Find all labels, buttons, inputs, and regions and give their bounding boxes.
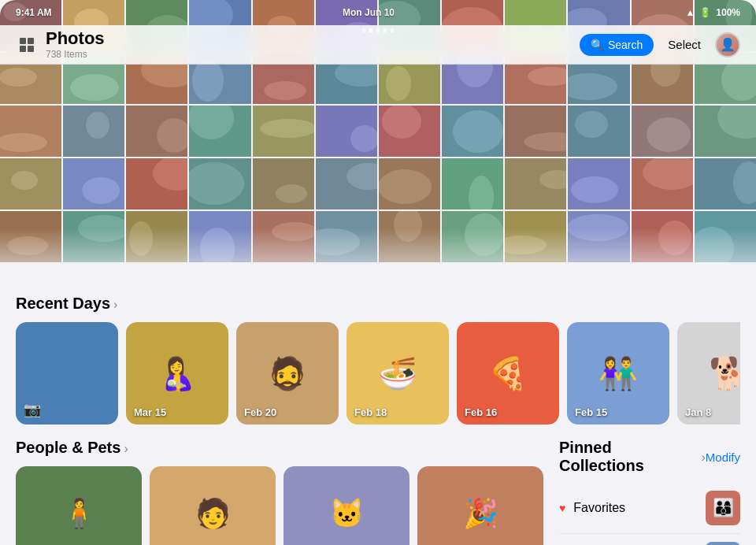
person-card[interactable]: 🎉 — [417, 466, 543, 545]
day-card[interactable]: 👫Feb 15 — [567, 322, 669, 425]
day-card-label: Jan 8 — [685, 406, 711, 418]
photo-cell[interactable] — [316, 106, 377, 157]
grid-cell-3 — [20, 46, 26, 52]
photo-cell[interactable] — [695, 158, 756, 209]
status-date: Mon Jun 10 — [343, 7, 395, 18]
photo-cell[interactable] — [505, 158, 566, 209]
person-card[interactable]: 🐱 — [284, 466, 410, 545]
people-header[interactable]: People & Pets › — [16, 439, 543, 457]
person-card[interactable]: 🧑 — [150, 466, 276, 545]
day-card-icon: 📷 — [24, 401, 41, 418]
day-card[interactable]: 🐕Jan 8 — [677, 322, 740, 425]
collection-icon: ♥ — [559, 502, 565, 514]
select-button[interactable]: Select — [662, 35, 707, 54]
search-label: Search — [608, 39, 643, 51]
modify-button[interactable]: Modify — [706, 450, 740, 464]
collection-item[interactable]: ♥Favorites👨‍👩‍👦 — [559, 483, 740, 534]
photo-cell[interactable] — [126, 106, 187, 157]
status-bar: 9:41 AM Mon Jun 10 ▲ 🔋 100% — [0, 0, 756, 25]
grid-cell-2 — [28, 38, 34, 44]
svg-point-25 — [0, 68, 37, 87]
nav-right: 🔍 Search Select 👤 — [580, 32, 740, 57]
avatar-icon: 👤 — [720, 37, 736, 52]
people-chevron: › — [124, 442, 128, 456]
svg-point-91 — [572, 176, 619, 203]
search-icon: 🔍 — [591, 39, 604, 51]
svg-point-63 — [453, 110, 503, 153]
day-card-label: Feb 15 — [575, 406, 607, 418]
collection-thumb: 👨‍👩‍👦 — [706, 491, 740, 525]
photo-cell[interactable] — [379, 158, 440, 209]
recent-days-chevron: › — [113, 298, 117, 312]
photo-cell[interactable] — [505, 106, 566, 157]
day-card[interactable]: 🍕Feb 16 — [457, 322, 559, 425]
photo-cell[interactable] — [0, 158, 61, 209]
photo-cell[interactable] — [0, 106, 61, 157]
day-card[interactable]: 🍜Feb 18 — [346, 322, 449, 425]
photo-cell[interactable] — [189, 158, 250, 209]
recent-days-section: Recent Days › 📷🤱Mar 15🧔Feb 20🍜Feb 18🍕Feb… — [0, 284, 756, 439]
photo-cell[interactable] — [442, 158, 503, 209]
grid-toggle-icon — [20, 38, 34, 52]
pinned-title-row[interactable]: Pinned Collections › — [559, 439, 706, 475]
photo-cell[interactable] — [63, 158, 124, 209]
photo-cell[interactable] — [695, 106, 756, 157]
photo-cell[interactable] — [568, 106, 629, 157]
scroll-area[interactable]: Recent Days › 📷🤱Mar 15🧔Feb 20🍜Feb 18🍕Feb… — [0, 284, 756, 545]
collection-item[interactable]: Recently Saved🌅 — [559, 534, 740, 545]
recent-days-scroll[interactable]: 📷🤱Mar 15🧔Feb 20🍜Feb 18🍕Feb 16👫Feb 15🐕Jan… — [16, 322, 740, 432]
photo-cell[interactable] — [632, 158, 693, 209]
svg-point-37 — [386, 66, 411, 101]
svg-point-67 — [576, 111, 609, 138]
day-card-label: Feb 20 — [244, 406, 276, 418]
dot-3 — [376, 28, 380, 32]
photo-cell[interactable] — [379, 106, 440, 157]
pinned-collections: Pinned Collections › Modify ♥Favorites👨‍… — [543, 439, 740, 545]
recent-days-title: Recent Days — [16, 295, 110, 313]
status-right: ▲ 🔋 100% — [685, 7, 740, 18]
day-card-label: Mar 15 — [134, 406, 166, 418]
svg-point-27 — [70, 74, 119, 101]
photo-cell[interactable] — [63, 106, 124, 157]
people-title: People & Pets — [16, 439, 120, 457]
photo-cell[interactable] — [189, 106, 250, 157]
photo-cell[interactable] — [442, 106, 503, 157]
collection-thumb: 🌅 — [706, 542, 740, 545]
day-card[interactable]: 📷 — [16, 322, 118, 425]
grid-cell-1 — [20, 38, 26, 44]
dot-5 — [391, 28, 395, 32]
photo-cell[interactable] — [316, 158, 377, 209]
photo-cell[interactable] — [568, 158, 629, 209]
photo-cell[interactable] — [253, 106, 314, 157]
wifi-icon: ▲ — [685, 7, 695, 18]
page-title: Photos — [46, 29, 105, 48]
battery-percent: 100% — [716, 7, 740, 18]
svg-point-57 — [260, 119, 314, 138]
people-scroll[interactable]: 🧍🧑🐱🎉 — [16, 466, 543, 545]
svg-point-75 — [82, 177, 120, 204]
day-card[interactable]: 🧔Feb 20 — [236, 322, 339, 425]
avatar[interactable]: 👤 — [715, 32, 740, 57]
grid-toggle-button[interactable] — [16, 36, 38, 54]
collection-name: Favorites — [573, 501, 625, 515]
svg-point-51 — [86, 112, 109, 139]
svg-point-31 — [193, 59, 224, 102]
svg-point-61 — [382, 106, 421, 139]
svg-point-73 — [11, 171, 38, 190]
day-card-label: Feb 16 — [465, 406, 497, 418]
collection-left: ♥Favorites — [559, 501, 625, 515]
status-time: 9:41 AM — [16, 7, 52, 18]
pinned-list: ♥Favorites👨‍👩‍👦Recently Saved🌅 — [559, 483, 740, 545]
photo-cell[interactable] — [253, 158, 314, 209]
dot-1 — [362, 28, 366, 32]
person-card[interactable]: 🧍 — [16, 466, 142, 545]
battery-icon: 🔋 — [699, 7, 711, 18]
dot-2 — [369, 28, 373, 32]
search-button[interactable]: 🔍 Search — [580, 34, 654, 56]
photo-cell[interactable] — [126, 158, 187, 209]
dot-4 — [384, 28, 387, 32]
recent-days-header[interactable]: Recent Days › — [16, 295, 740, 313]
day-card[interactable]: 🤱Mar 15 — [126, 322, 228, 425]
photo-cell[interactable] — [632, 106, 693, 157]
svg-point-81 — [276, 184, 307, 203]
